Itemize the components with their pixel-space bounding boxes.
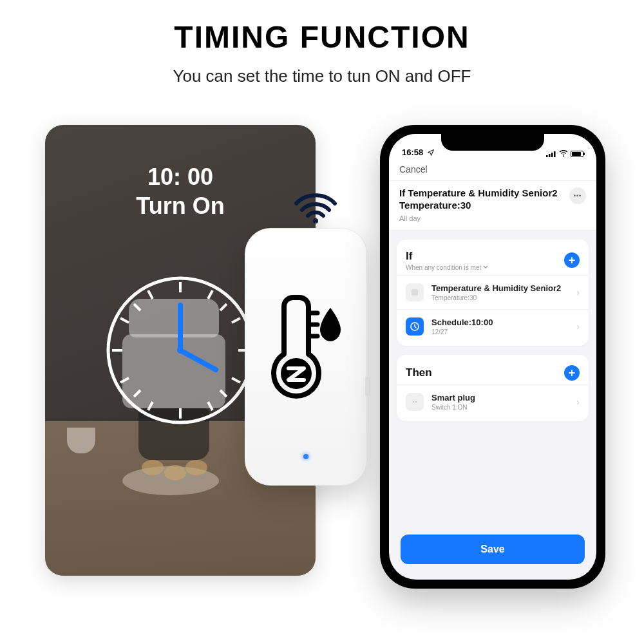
location-icon — [427, 149, 435, 156]
svg-rect-28 — [554, 151, 556, 157]
led-indicator — [303, 454, 308, 459]
sensor-icon — [406, 283, 424, 301]
condition-row[interactable]: Temperature & Humidity Senior2 Temperatu… — [397, 275, 589, 309]
thermometer-humidity-icon — [267, 290, 345, 399]
condition-sub: 12/27 — [431, 328, 569, 336]
svg-line-10 — [208, 290, 213, 299]
svg-point-34 — [415, 401, 417, 402]
phone-notch — [441, 134, 544, 151]
condition-title: Temperature & Humidity Senior2 — [431, 283, 569, 293]
rule-header: If Temperature & Humidity Senior2 Temper… — [389, 181, 596, 231]
svg-rect-26 — [549, 154, 551, 157]
rule-title: If Temperature & Humidity Senior2 Temper… — [399, 187, 564, 212]
svg-line-11 — [148, 290, 153, 299]
svg-point-33 — [413, 401, 414, 402]
signal-icon — [546, 151, 556, 157]
page-title: TIMING FUNCTION — [0, 19, 644, 55]
chevron-right-icon: › — [576, 397, 580, 407]
svg-line-9 — [220, 390, 227, 397]
condition-row[interactable]: Schedule:10:00 12/27 › — [397, 309, 589, 343]
clock-icon — [103, 273, 258, 428]
chevron-down-icon — [483, 265, 488, 269]
condition-title: Schedule:10:00 — [431, 317, 569, 327]
sensor-device — [245, 228, 367, 486]
action-sub: Switch 1:ON — [431, 404, 569, 411]
add-condition-button[interactable]: + — [564, 252, 580, 268]
scene-action: Turn On — [45, 193, 316, 220]
svg-line-13 — [120, 378, 129, 383]
status-time: 16:58 — [402, 147, 423, 157]
page-subtitle: You can set the time to tun ON and OFF — [0, 66, 644, 86]
svg-line-8 — [134, 390, 140, 397]
nav-bar: Cancel — [389, 158, 596, 181]
svg-line-14 — [232, 318, 240, 323]
clock-small-icon — [406, 317, 424, 336]
scene-time: 10: 00 — [45, 164, 316, 191]
condition-sub: Temperature:30 — [431, 294, 569, 301]
then-section: Then + Smart plug Switch 1:ON › — [397, 355, 589, 421]
if-title: If — [406, 250, 564, 263]
action-title: Smart plug — [431, 393, 569, 402]
svg-rect-30 — [412, 289, 418, 296]
cancel-button[interactable]: Cancel — [399, 164, 428, 175]
battery-icon — [571, 151, 583, 157]
svg-line-6 — [134, 304, 140, 310]
svg-rect-27 — [551, 153, 553, 157]
wifi-status-icon — [559, 150, 568, 157]
more-button[interactable]: ••• — [569, 187, 586, 204]
svg-rect-32 — [412, 399, 418, 405]
action-row[interactable]: Smart plug Switch 1:ON › — [397, 384, 589, 419]
chevron-right-icon: › — [576, 321, 580, 332]
phone-frame: 16:58 Cancel — [380, 125, 605, 589]
phone-screen: 16:58 Cancel — [389, 134, 596, 580]
chevron-right-icon: › — [576, 287, 580, 298]
svg-rect-25 — [546, 155, 548, 157]
add-action-button[interactable]: + — [564, 365, 580, 381]
svg-point-29 — [563, 156, 564, 157]
svg-line-17 — [148, 402, 153, 410]
svg-line-7 — [220, 304, 227, 310]
svg-point-20 — [313, 218, 318, 223]
svg-line-16 — [208, 402, 213, 410]
svg-line-19 — [180, 350, 216, 370]
wifi-icon — [293, 189, 338, 225]
rule-subtitle: All day — [399, 214, 564, 222]
save-button[interactable]: Save — [401, 535, 585, 564]
svg-line-12 — [120, 318, 129, 323]
plug-icon — [406, 393, 424, 411]
svg-line-15 — [232, 378, 240, 383]
if-subtitle[interactable]: When any condition is met — [406, 264, 564, 271]
then-title: Then — [406, 366, 564, 379]
if-section: If When any condition is met + Temperatu… — [397, 240, 589, 346]
